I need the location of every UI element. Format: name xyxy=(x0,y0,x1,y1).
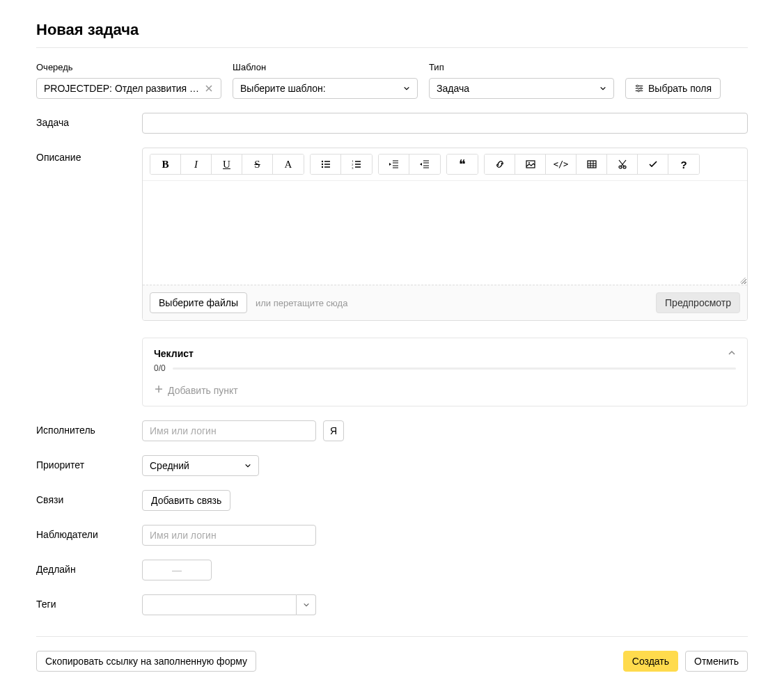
select-fields-label: Выбрать поля xyxy=(648,83,712,94)
bold-button[interactable]: B xyxy=(150,155,181,174)
svg-point-2 xyxy=(638,90,640,92)
type-value: Задача xyxy=(437,83,594,94)
queue-label: Очередь xyxy=(36,62,221,72)
progress-bar xyxy=(173,367,736,370)
help-button[interactable]: ? xyxy=(668,155,699,174)
template-label: Шаблон xyxy=(233,62,418,72)
footer: Скопировать ссылку на заполненную форму … xyxy=(36,651,748,672)
queue-value: PROJECTDEP: Отдел развития проектов xyxy=(44,83,200,94)
svg-point-4 xyxy=(321,164,322,165)
resize-handle[interactable] xyxy=(737,275,746,283)
priority-value: Средний xyxy=(150,460,239,471)
task-row: Задача xyxy=(36,113,748,134)
select-fields-button[interactable]: Выбрать поля xyxy=(625,78,721,99)
tags-label: Теги xyxy=(36,594,142,615)
plus-icon xyxy=(154,384,164,396)
outdent-button[interactable] xyxy=(379,155,409,174)
italic-button[interactable]: I xyxy=(181,155,212,174)
quote-button[interactable]: ❝ xyxy=(447,155,478,174)
drag-hint: или перетащите сюда xyxy=(256,298,347,308)
deadline-input[interactable]: — xyxy=(142,560,212,580)
template-select[interactable]: Выберите шаблон: xyxy=(233,78,418,99)
description-row: Описание B I U S A 123 xyxy=(36,148,748,406)
queue-field: Очередь PROJECTDEP: Отдел развития проек… xyxy=(36,62,221,99)
deadline-label: Дедлайн xyxy=(36,560,142,580)
ordered-list-button[interactable]: 123 xyxy=(341,155,372,174)
code-button[interactable]: </> xyxy=(546,155,577,174)
tags-input[interactable] xyxy=(142,594,297,615)
deadline-row: Дедлайн — xyxy=(36,560,748,580)
bullet-list-button[interactable] xyxy=(311,155,341,174)
checklist-title: Чеклист xyxy=(154,348,194,359)
tags-dropdown-button[interactable] xyxy=(297,594,316,615)
links-label: Связи xyxy=(36,490,142,511)
watchers-row: Наблюдатели xyxy=(36,525,748,546)
type-label: Тип xyxy=(429,62,614,72)
strikethrough-button[interactable]: S xyxy=(242,155,273,174)
chevron-up-icon[interactable] xyxy=(729,350,736,357)
svg-point-5 xyxy=(321,166,322,168)
checklist-count: 0/0 xyxy=(154,363,166,373)
svg-rect-11 xyxy=(588,161,596,168)
create-button[interactable]: Создать xyxy=(623,651,678,672)
tags-row: Теги xyxy=(36,594,748,615)
editor-textarea[interactable] xyxy=(143,180,747,285)
chevron-down-icon xyxy=(403,85,410,92)
underline-button[interactable]: U xyxy=(212,155,242,174)
add-link-button[interactable]: Добавить связь xyxy=(142,490,230,511)
add-checklist-item[interactable]: Добавить пункт xyxy=(154,384,736,396)
assignee-label: Исполнитель xyxy=(36,420,142,441)
svg-point-10 xyxy=(528,162,530,164)
checklist-panel: Чеклист 0/0 Добавить пункт xyxy=(142,338,748,406)
check-button[interactable] xyxy=(638,155,668,174)
template-field: Шаблон Выберите шаблон: xyxy=(233,62,418,99)
divider-bottom xyxy=(36,636,748,637)
indent-button[interactable] xyxy=(409,155,440,174)
clear-icon[interactable] xyxy=(204,84,214,93)
top-fields-row: Очередь PROJECTDEP: Отдел развития проек… xyxy=(36,62,748,99)
choose-files-button[interactable]: Выберите файлы xyxy=(150,292,247,313)
page-title: Новая задача xyxy=(36,21,748,39)
priority-label: Приоритет xyxy=(36,455,142,476)
tune-icon xyxy=(634,84,644,93)
priority-select[interactable]: Средний xyxy=(142,455,259,476)
assignee-row: Исполнитель Я xyxy=(36,420,748,441)
image-button[interactable] xyxy=(515,155,546,174)
table-button[interactable] xyxy=(577,155,607,174)
svg-point-0 xyxy=(636,85,638,87)
links-row: Связи Добавить связь xyxy=(36,490,748,511)
svg-text:3: 3 xyxy=(352,166,354,170)
task-label: Задача xyxy=(36,113,142,134)
editor: B I U S A 123 xyxy=(142,148,748,321)
link-button[interactable] xyxy=(485,155,515,174)
svg-point-1 xyxy=(640,88,642,90)
watchers-input[interactable] xyxy=(142,525,316,546)
queue-select[interactable]: PROJECTDEP: Отдел развития проектов xyxy=(36,78,221,99)
preview-button[interactable]: Предпросмотр xyxy=(656,292,740,313)
priority-row: Приоритет Средний xyxy=(36,455,748,476)
template-placeholder: Выберите шаблон: xyxy=(240,83,398,94)
chevron-down-icon xyxy=(599,85,606,92)
copy-link-button[interactable]: Скопировать ссылку на заполненную форму xyxy=(36,651,256,672)
font-button[interactable]: A xyxy=(273,155,304,174)
description-label: Описание xyxy=(36,148,142,406)
add-item-label: Добавить пункт xyxy=(168,385,238,396)
divider xyxy=(36,47,748,48)
watchers-label: Наблюдатели xyxy=(36,525,142,546)
type-select[interactable]: Задача xyxy=(429,78,614,99)
file-upload-row: Выберите файлы или перетащите сюда Предп… xyxy=(143,285,747,320)
task-input[interactable] xyxy=(142,113,748,134)
editor-toolbar: B I U S A 123 xyxy=(143,148,747,180)
cut-button[interactable] xyxy=(607,155,638,174)
svg-point-3 xyxy=(321,161,322,162)
assign-me-button[interactable]: Я xyxy=(323,420,344,441)
chevron-down-icon xyxy=(244,462,251,469)
cancel-button[interactable]: Отменить xyxy=(685,651,748,672)
type-field: Тип Задача xyxy=(429,62,614,99)
assignee-input[interactable] xyxy=(142,420,316,441)
